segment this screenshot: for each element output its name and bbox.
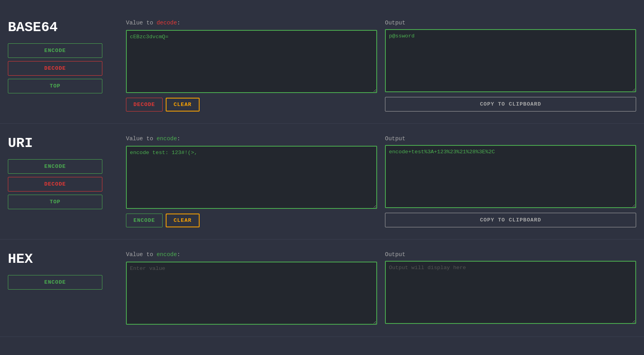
uri-input-label-post: : [177, 136, 181, 142]
hex-input-label-action: encode [157, 251, 177, 258]
base64-input-label: Value to decode: [126, 20, 377, 26]
hex-input-label-pre: Value to [126, 251, 157, 258]
hex-output-textarea[interactable] [385, 261, 636, 324]
uri-input-col: Value to encode: encode test: 123#!(>, E… [126, 136, 377, 227]
uri-encode-button[interactable]: ENCODE [8, 159, 102, 174]
base64-input-label-pre: Value to [126, 20, 157, 26]
hex-title: HEX [8, 251, 118, 267]
hex-section: HEX ENCODE Value to encode: Output [0, 240, 644, 337]
hex-input-label-post: : [177, 251, 181, 258]
uri-copy-button[interactable]: COPY TO CLIPBOARD [385, 213, 636, 227]
uri-input-label: Value to encode: [126, 136, 377, 142]
base64-input-label-action: decode [157, 20, 177, 26]
base64-output-label: Output [385, 20, 636, 26]
page-container: BASE64 ENCODE DECODE TOP Value to decode… [0, 0, 644, 345]
base64-title: BASE64 [8, 20, 118, 35]
uri-right-panel: Value to encode: encode test: 123#!(>, E… [126, 136, 636, 227]
hex-input-textarea[interactable] [126, 262, 377, 325]
hex-left-panel: HEX ENCODE [8, 251, 126, 325]
uri-action-clear-button[interactable]: CLEAR [166, 214, 200, 227]
hex-output-label: Output [385, 251, 636, 258]
base64-encode-button[interactable]: ENCODE [8, 43, 102, 58]
base64-input-col: Value to decode: cEBzc3dvcmQ= DECODE CLE… [126, 20, 377, 112]
base64-input-textarea[interactable]: cEBzc3dvcmQ= [126, 30, 377, 93]
hex-io-row: Value to encode: Output [126, 251, 636, 325]
base64-action-clear-button[interactable]: CLEAR [166, 98, 200, 112]
uri-btn-group: ENCODE DECODE TOP [8, 159, 118, 209]
uri-section: URI ENCODE DECODE TOP Value to encode: e… [0, 124, 644, 240]
base64-decode-button[interactable]: DECODE [8, 61, 102, 76]
hex-encode-button[interactable]: ENCODE [8, 275, 102, 290]
base64-section: BASE64 ENCODE DECODE TOP Value to decode… [0, 8, 644, 124]
uri-output-textarea[interactable]: encode+test%3A+123%23%21%28%3E%2C [385, 145, 636, 208]
uri-decode-button[interactable]: DECODE [8, 177, 102, 191]
base64-action-decode-button[interactable]: DECODE [126, 98, 163, 112]
base64-left-panel: BASE64 ENCODE DECODE TOP [8, 20, 126, 112]
base64-btn-group: ENCODE DECODE TOP [8, 43, 118, 93]
base64-io-row: Value to decode: cEBzc3dvcmQ= DECODE CLE… [126, 20, 636, 112]
base64-input-label-post: : [177, 20, 181, 26]
hex-input-col: Value to encode: [126, 251, 377, 325]
base64-copy-button[interactable]: COPY TO CLIPBOARD [385, 97, 636, 112]
hex-output-col: Output [385, 251, 636, 325]
uri-left-panel: URI ENCODE DECODE TOP [8, 136, 126, 227]
base64-output-textarea[interactable]: p@ssword [385, 29, 636, 92]
hex-input-label: Value to encode: [126, 251, 377, 258]
hex-btn-group: ENCODE [8, 275, 118, 290]
uri-output-label: Output [385, 136, 636, 142]
uri-output-col: Output encode+test%3A+123%23%21%28%3E%2C… [385, 136, 636, 227]
base64-output-col: Output p@ssword COPY TO CLIPBOARD [385, 20, 636, 112]
base64-right-panel: Value to decode: cEBzc3dvcmQ= DECODE CLE… [126, 20, 636, 112]
base64-action-buttons: DECODE CLEAR [126, 98, 377, 112]
uri-top-button[interactable]: TOP [8, 195, 102, 209]
uri-action-encode-button[interactable]: ENCODE [126, 214, 163, 227]
uri-input-label-pre: Value to [126, 136, 157, 142]
uri-title: URI [8, 136, 118, 151]
uri-action-buttons: ENCODE CLEAR [126, 214, 377, 227]
uri-io-row: Value to encode: encode test: 123#!(>, E… [126, 136, 636, 227]
uri-input-textarea[interactable]: encode test: 123#!(>, [126, 146, 377, 209]
hex-right-panel: Value to encode: Output [126, 251, 636, 325]
uri-input-label-action: encode [157, 136, 177, 142]
base64-top-button[interactable]: TOP [8, 79, 102, 93]
